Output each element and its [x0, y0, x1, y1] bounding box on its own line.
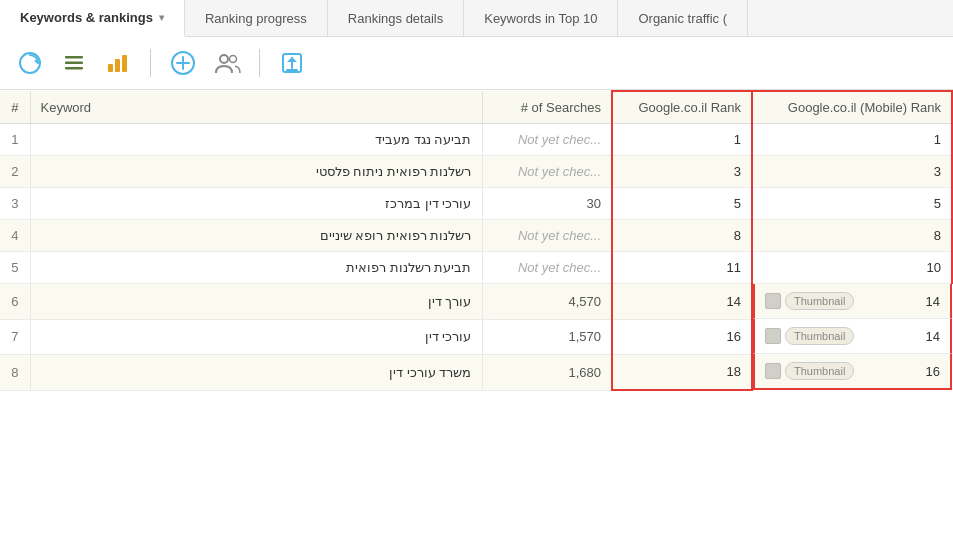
table-row: 3עורכי דין במרכז3055: [0, 188, 952, 220]
svg-point-12: [230, 56, 237, 63]
tab-keywords-rankings-label: Keywords & rankings: [20, 10, 153, 25]
svg-point-11: [220, 55, 228, 63]
tabs-bar: Keywords & rankings ▾ Ranking progress R…: [0, 0, 953, 37]
tab-ranking-progress-label: Ranking progress: [205, 11, 307, 26]
col-header-searches: # of Searches: [482, 91, 612, 124]
mobile-rank-value: 14: [926, 329, 940, 344]
cell-num: 1: [0, 124, 30, 156]
barchart-icon[interactable]: [102, 47, 134, 79]
svg-marker-1: [34, 59, 38, 64]
cell-google-mobile-rank: Thumbnail 14: [753, 284, 952, 319]
tab-rankings-details-label: Rankings details: [348, 11, 443, 26]
cell-keyword: עורכי דין במרכז: [30, 188, 482, 220]
mobile-rank-value: 14: [926, 294, 940, 309]
tab-organic-traffic[interactable]: Organic traffic (: [618, 0, 748, 36]
cell-num: 3: [0, 188, 30, 220]
cell-keyword: עורכי דין: [30, 319, 482, 354]
col-header-google-rank: Google.co.il Rank: [612, 91, 752, 124]
col-header-num: #: [0, 91, 30, 124]
cell-num: 7: [0, 319, 30, 354]
cell-searches: 1,570: [482, 319, 612, 354]
thumbnail-placeholder: Thumbnail: [765, 362, 854, 380]
cell-google-mobile-rank: 5: [752, 188, 952, 220]
separator-2: [259, 49, 260, 77]
cell-google-mobile-rank: 3: [752, 156, 952, 188]
tab-rankings-details[interactable]: Rankings details: [328, 0, 464, 36]
cell-keyword: רשלנות רפואית רופא שיניים: [30, 220, 482, 252]
thumbnail-button[interactable]: Thumbnail: [785, 292, 854, 310]
mobile-rank-value: 16: [926, 364, 940, 379]
export-icon[interactable]: [276, 47, 308, 79]
cell-google-rank: 8: [612, 220, 752, 252]
cell-num: 4: [0, 220, 30, 252]
separator-1: [150, 49, 151, 77]
svg-rect-4: [65, 67, 83, 70]
table-row: 7עורכי דין1,57016 Thumbnail 14: [0, 319, 952, 354]
table-row: 5תביעת רשלנות רפואיתNot yet chec...1110: [0, 252, 952, 284]
refresh-icon[interactable]: [14, 47, 46, 79]
cell-google-rank: 1: [612, 124, 752, 156]
cell-google-rank: 5: [612, 188, 752, 220]
table-row: 8משרד עורכי דין1,68018 Thumbnail 16: [0, 354, 952, 390]
cell-google-rank: 11: [612, 252, 752, 284]
cell-searches: 1,680: [482, 354, 612, 390]
cell-google-mobile-rank: Thumbnail 16: [753, 354, 952, 390]
svg-rect-7: [122, 55, 127, 72]
cell-searches: Not yet chec...: [482, 252, 612, 284]
cell-google-rank: 18: [612, 354, 752, 390]
thumbnail-placeholder: Thumbnail: [765, 292, 854, 310]
cell-keyword: עורך דין: [30, 284, 482, 320]
thumb-checkbox[interactable]: [765, 293, 781, 309]
cell-num: 2: [0, 156, 30, 188]
thumbnail-button[interactable]: Thumbnail: [785, 362, 854, 380]
keywords-table: # Keyword # of Searches Google.co.il Ran…: [0, 90, 953, 391]
cell-num: 6: [0, 284, 30, 320]
cell-google-rank: 16: [612, 319, 752, 354]
col-header-keyword: Keyword: [30, 91, 482, 124]
cell-google-rank: 3: [612, 156, 752, 188]
cell-searches: 30: [482, 188, 612, 220]
svg-rect-2: [65, 56, 83, 59]
cell-keyword: תביעה נגד מעביד: [30, 124, 482, 156]
table-row: 6עורך דין4,57014 Thumbnail 14: [0, 284, 952, 320]
thumbnail-placeholder: Thumbnail: [765, 327, 854, 345]
chevron-down-icon: ▾: [159, 12, 164, 23]
thumbnail-button[interactable]: Thumbnail: [785, 327, 854, 345]
cell-keyword: תביעת רשלנות רפואית: [30, 252, 482, 284]
table-row: 1תביעה נגד מעבידNot yet chec...11: [0, 124, 952, 156]
thumb-checkbox[interactable]: [765, 363, 781, 379]
svg-rect-3: [65, 62, 83, 65]
cell-google-mobile-rank: 1: [752, 124, 952, 156]
cell-google-mobile-rank: 8: [752, 220, 952, 252]
cell-google-mobile-rank: 10: [752, 252, 952, 284]
table-header-row: # Keyword # of Searches Google.co.il Ran…: [0, 91, 952, 124]
tab-ranking-progress[interactable]: Ranking progress: [185, 0, 328, 36]
cell-searches: Not yet chec...: [482, 156, 612, 188]
thumb-checkbox[interactable]: [765, 328, 781, 344]
svg-marker-15: [287, 57, 297, 62]
col-header-google-mobile-rank: Google.co.il (Mobile) Rank: [752, 91, 952, 124]
svg-rect-5: [108, 64, 113, 72]
tab-keywords-rankings[interactable]: Keywords & rankings ▾: [0, 0, 185, 37]
table-row: 2רשלנות רפואית ניתוח פלסטיNot yet chec..…: [0, 156, 952, 188]
tab-organic-traffic-label: Organic traffic (: [638, 11, 727, 26]
cell-google-mobile-rank: Thumbnail 14: [753, 319, 952, 354]
cell-keyword: רשלנות רפואית ניתוח פלסטי: [30, 156, 482, 188]
users-icon[interactable]: [211, 47, 243, 79]
list-icon[interactable]: [58, 47, 90, 79]
table-row: 4רשלנות רפואית רופא שינייםNot yet chec..…: [0, 220, 952, 252]
tab-keywords-top10-label: Keywords in Top 10: [484, 11, 597, 26]
cell-keyword: משרד עורכי דין: [30, 354, 482, 390]
toolbar: [0, 37, 953, 90]
cell-searches: Not yet chec...: [482, 220, 612, 252]
add-icon[interactable]: [167, 47, 199, 79]
cell-searches: Not yet chec...: [482, 124, 612, 156]
cell-searches: 4,570: [482, 284, 612, 320]
tab-keywords-top10[interactable]: Keywords in Top 10: [464, 0, 618, 36]
cell-google-rank: 14: [612, 284, 752, 320]
cell-num: 5: [0, 252, 30, 284]
svg-rect-6: [115, 59, 120, 72]
cell-num: 8: [0, 354, 30, 390]
